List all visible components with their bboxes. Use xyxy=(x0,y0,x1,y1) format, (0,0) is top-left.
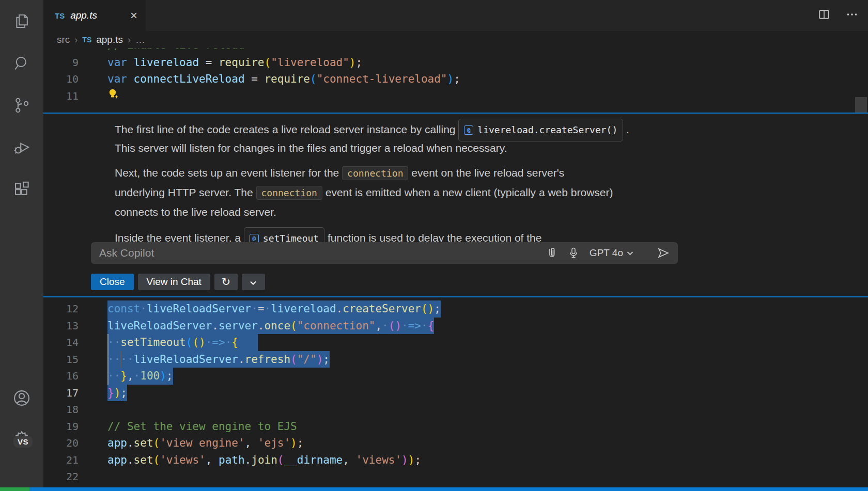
response-text: underlying HTTP server. The xyxy=(115,186,256,198)
debug-icon xyxy=(12,138,31,159)
response-line: Next, the code sets up an event listener… xyxy=(115,163,847,183)
selection-highlight: ····liveReloadServer.refresh("/"); xyxy=(107,351,330,368)
response-text: Next, the code sets up an event listener… xyxy=(115,167,342,179)
line-number[interactable]: 15 xyxy=(43,351,79,368)
code-line-11[interactable] xyxy=(107,88,120,105)
breadcrumb-folder[interactable]: src xyxy=(57,34,70,45)
editor-actions xyxy=(817,0,859,31)
activity-bar: VS xyxy=(0,0,43,487)
tab-app-ts[interactable]: TS app.ts × xyxy=(43,0,146,31)
response-line: This server will listen for changes in t… xyxy=(115,138,847,158)
code-line-15[interactable]: ····liveReloadServer.refresh("/"); xyxy=(107,351,330,368)
code-line-14[interactable]: ··setTimeout(()·=>·{ xyxy=(107,334,258,351)
response-line: The first line of the code creates a liv… xyxy=(115,119,847,138)
code-line-21[interactable]: app.set('views', path.join(__dirname, 'v… xyxy=(107,452,421,469)
code-line-12[interactable]: const·liveReloadServer·=·livereload.crea… xyxy=(107,300,441,318)
profile-badge: VS xyxy=(13,436,33,448)
extensions-icon xyxy=(12,180,31,200)
line-number[interactable]: 9 xyxy=(43,54,79,71)
lightbulb-icon[interactable] xyxy=(107,91,120,104)
chevron-right-icon: › xyxy=(128,35,131,45)
tab-label: app.ts xyxy=(70,10,97,21)
typescript-file-icon: TS xyxy=(55,11,65,20)
code-line-20[interactable]: app.set('view engine', 'ejs'); xyxy=(107,435,303,452)
line-number[interactable]: 22 xyxy=(43,468,79,485)
status-bar xyxy=(0,487,868,491)
source-control-icon xyxy=(12,96,31,117)
model-label: GPT 4o xyxy=(590,247,623,259)
input-placeholder: Ask Copilot xyxy=(99,247,536,259)
line-number[interactable]: 16 xyxy=(43,368,79,385)
copilot-response: The first line of the code creates a liv… xyxy=(115,119,847,247)
code-editor[interactable]: The first line of the code creates a liv… xyxy=(43,49,868,487)
symbol-method-icon: @ xyxy=(464,125,473,135)
response-text: event on the live reload server's xyxy=(408,167,564,179)
close-button[interactable]: Close xyxy=(91,274,134,290)
view-in-chat-button[interactable]: View in Chat xyxy=(138,274,210,290)
tab-bar: TS app.ts × xyxy=(43,0,868,31)
activity-bar-search[interactable] xyxy=(0,46,43,83)
rerun-request-button[interactable]: ↻ xyxy=(214,274,238,290)
response-text: . xyxy=(623,123,629,135)
line-number[interactable]: 21 xyxy=(43,452,79,469)
activity-bar-settings[interactable]: VS xyxy=(0,421,43,457)
send-icon[interactable] xyxy=(657,247,670,259)
response-line: connects to the live reload server. xyxy=(115,202,847,222)
editor-group: TS app.ts × src › TS app.ts › … The firs… xyxy=(43,0,868,487)
more-options-button[interactable] xyxy=(242,274,265,290)
activity-bar-source-control[interactable] xyxy=(0,88,43,124)
model-picker[interactable]: GPT 4o xyxy=(590,247,633,259)
code-line-8[interactable]: // Enable live reload xyxy=(107,49,245,54)
line-number[interactable]: 18 xyxy=(43,401,79,418)
line-number[interactable]: 19 xyxy=(43,418,79,435)
account-icon xyxy=(12,388,32,410)
code-line-17[interactable]: }); xyxy=(107,385,127,402)
line-number[interactable]: 10 xyxy=(43,71,79,88)
response-text: The first line of the code creates a liv… xyxy=(115,123,458,135)
activity-bar-explorer[interactable] xyxy=(0,4,43,40)
vscode-window: { "activity_bar": { "items": [ {"name": … xyxy=(0,0,868,491)
breadcrumb-symbol[interactable]: … xyxy=(135,34,145,45)
split-editor-icon[interactable] xyxy=(817,8,831,23)
search-icon xyxy=(12,54,31,75)
more-actions-icon[interactable] xyxy=(845,8,859,23)
attach-icon[interactable] xyxy=(546,247,557,259)
remote-indicator[interactable] xyxy=(0,487,29,491)
code-line-19[interactable]: // Set the view engine to EJS xyxy=(107,418,297,435)
close-tab-icon[interactable]: × xyxy=(130,9,137,22)
selection-highlight: }); xyxy=(107,385,127,402)
line-number[interactable]: 11 xyxy=(43,88,79,105)
response-text: This server will listen for changes in t… xyxy=(115,142,507,154)
breadcrumb: src › TS app.ts › … xyxy=(43,31,868,49)
activity-bar-accounts[interactable] xyxy=(0,381,43,417)
line-number[interactable]: 17 xyxy=(43,385,79,402)
line-number[interactable]: 14 xyxy=(43,334,79,351)
refresh-icon: ↻ xyxy=(222,276,231,288)
copilot-input[interactable]: Ask Copilot GPT 4o xyxy=(91,242,678,264)
code-line-16[interactable]: ··},·100); xyxy=(107,368,173,385)
typescript-file-icon: TS xyxy=(82,36,91,44)
selection-highlight: ··setTimeout(()·=>·{ xyxy=(107,334,258,351)
code-line-13[interactable]: liveReloadServer.server.once("connection… xyxy=(107,318,434,335)
line-number[interactable]: 13 xyxy=(43,318,79,335)
activity-bar-run-and-debug[interactable] xyxy=(0,130,43,166)
breadcrumb-file[interactable]: app.ts xyxy=(96,34,123,45)
chevron-down-icon xyxy=(627,251,633,256)
indent-guide xyxy=(107,334,109,385)
inline-chat-buttons: CloseView in Chat↻ xyxy=(91,274,265,290)
code-line-10[interactable]: var connectLiveReload = require("connect… xyxy=(107,71,460,88)
inline-code[interactable]: connection xyxy=(342,166,408,180)
chevron-down-icon xyxy=(250,276,257,288)
line-number[interactable]: 20 xyxy=(43,435,79,452)
code-line-9[interactable]: var livereload = require("livereload"); xyxy=(107,54,362,71)
microphone-icon[interactable] xyxy=(568,247,579,259)
inline-code[interactable]: connection xyxy=(256,186,322,200)
selection-highlight: const·liveReloadServer·=·livereload.crea… xyxy=(107,300,441,318)
selection-highlight: liveReloadServer.server.once("connection… xyxy=(107,318,434,335)
activity-bar-extensions[interactable] xyxy=(0,172,43,208)
response-line: underlying HTTP server. The connection e… xyxy=(115,183,847,202)
inline-chat-widget: The first line of the code creates a liv… xyxy=(43,113,868,297)
selection-highlight: ··},·100); xyxy=(107,368,173,385)
indent-guide xyxy=(120,351,121,368)
line-number[interactable]: 12 xyxy=(43,300,79,318)
